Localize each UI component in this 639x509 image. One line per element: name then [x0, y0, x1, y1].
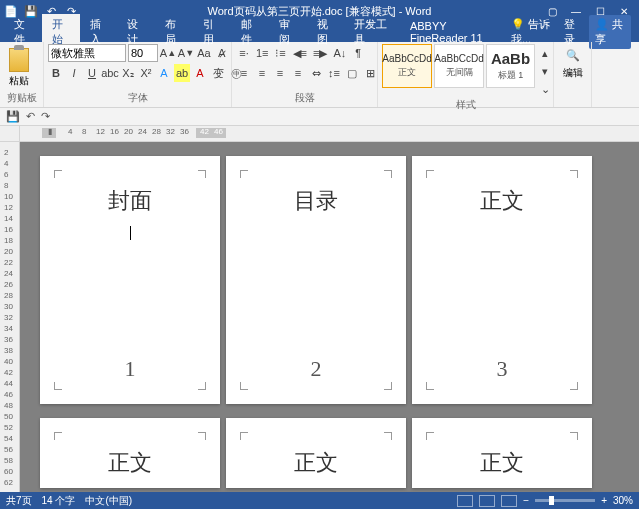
workspace: 2468101214161820222426283032343638404244… [0, 142, 639, 492]
shrink-font-icon[interactable]: A▼ [178, 44, 194, 62]
phonetic-icon[interactable]: 变 [210, 64, 226, 82]
styles-up-icon[interactable]: ▴ [537, 44, 553, 62]
line-spacing-icon[interactable]: ↕≡ [326, 64, 342, 82]
show-marks-icon[interactable]: ¶ [350, 44, 366, 62]
ribbon-tabs: 文件 开始 插入 设计 布局 引用 邮件 审阅 视图 开发工具 ABBYY Fi… [0, 22, 639, 42]
page-number: 2 [311, 356, 322, 382]
zoom-out-icon[interactable]: − [523, 495, 529, 506]
shading-icon[interactable]: ▢ [344, 64, 360, 82]
grow-font-icon[interactable]: A▲ [160, 44, 176, 62]
numbering-icon[interactable]: 1≡ [254, 44, 271, 62]
align-right-icon[interactable]: ≡ [272, 64, 288, 82]
page-title: 正文 [294, 448, 338, 478]
font-color-icon[interactable]: A [192, 64, 208, 82]
ruler-vertical[interactable]: 2468101214161820222426283032343638404244… [0, 142, 20, 492]
sort-icon[interactable]: A↓ [331, 44, 348, 62]
superscript-icon[interactable]: X² [138, 64, 154, 82]
view-print-icon[interactable] [479, 495, 495, 507]
group-paragraph-label: 段落 [236, 91, 373, 107]
share-button[interactable]: 👤 共享 [589, 15, 631, 49]
pages-area[interactable]: 封面 1 目录 2 正文 3 正文 正文 正文 [20, 142, 639, 492]
page-number: 3 [497, 356, 508, 382]
indent-dec-icon[interactable]: ◀≡ [291, 44, 309, 62]
ruler: ▮ 4 8 12 16 20 24 28 32 36 42 46 [0, 126, 639, 142]
page-2[interactable]: 目录 2 [226, 156, 406, 404]
group-styles-label: 样式 [382, 98, 549, 114]
page-title: 正文 [480, 186, 524, 216]
style-heading1[interactable]: AaBb 标题 1 [486, 44, 535, 88]
status-lang[interactable]: 中文(中国) [85, 494, 132, 508]
page-title: 正文 [480, 448, 524, 478]
page-3[interactable]: 正文 3 [412, 156, 592, 404]
font-name-select[interactable] [48, 44, 126, 62]
styles-down-icon[interactable]: ▾ [537, 62, 553, 80]
clear-format-icon[interactable]: A̷ [214, 44, 230, 62]
zoom-level[interactable]: 30% [613, 495, 633, 506]
group-clipboard-label: 剪贴板 [4, 91, 39, 107]
view-read-icon[interactable] [457, 495, 473, 507]
align-left-icon[interactable]: ≡ [236, 64, 252, 82]
paste-button[interactable]: 粘贴 [4, 44, 34, 91]
page-4[interactable]: 正文 [40, 418, 220, 488]
group-font-label: 字体 [48, 91, 227, 107]
page-1[interactable]: 封面 1 [40, 156, 220, 404]
page-5[interactable]: 正文 [226, 418, 406, 488]
page-number: 1 [125, 356, 136, 382]
indent-inc-icon[interactable]: ≡▶ [311, 44, 329, 62]
styles-more-icon[interactable]: ⌄ [537, 80, 553, 98]
document-title: Word页码从第三页开始.doc [兼容模式] - Word [208, 4, 432, 19]
zoom-slider[interactable] [535, 499, 595, 502]
view-web-icon[interactable] [501, 495, 517, 507]
borders-icon[interactable]: ⊞ [362, 64, 378, 82]
style-normal[interactable]: AaBbCcDd 正文 [382, 44, 432, 88]
italic-button[interactable]: I [66, 64, 82, 82]
undo-icon-2[interactable]: ↶ [26, 110, 35, 123]
clipboard-icon [9, 48, 29, 72]
find-icon[interactable]: 🔍 [564, 46, 582, 64]
page-title: 封面 [108, 186, 152, 216]
multilevel-icon[interactable]: ⁝≡ [273, 44, 289, 62]
underline-button[interactable]: U [84, 64, 100, 82]
page-title: 正文 [108, 448, 152, 478]
statusbar: 共7页 14 个字 中文(中国) − + 30% [0, 492, 639, 509]
page-title: 目录 [294, 186, 338, 216]
strike-icon[interactable]: abc [102, 64, 118, 82]
bullets-icon[interactable]: ≡· [236, 44, 252, 62]
status-pages[interactable]: 共7页 [6, 494, 32, 508]
font-size-select[interactable] [128, 44, 158, 62]
style-no-spacing[interactable]: AaBbCcDd 无间隔 [434, 44, 484, 88]
group-editing-label: 编辑 [563, 66, 583, 80]
save-icon-2[interactable]: 💾 [6, 110, 20, 123]
align-justify-icon[interactable]: ≡ [290, 64, 306, 82]
distribute-icon[interactable]: ⇔ [308, 64, 324, 82]
change-case-icon[interactable]: Aa [196, 44, 212, 62]
text-cursor [130, 226, 131, 240]
bold-button[interactable]: B [48, 64, 64, 82]
ruler-horizontal[interactable]: ▮ 4 8 12 16 20 24 28 32 36 42 46 [20, 126, 639, 141]
page-6[interactable]: 正文 [412, 418, 592, 488]
redo-icon-2[interactable]: ↷ [41, 110, 50, 123]
status-words[interactable]: 14 个字 [42, 494, 76, 508]
highlight-icon[interactable]: ab [174, 64, 190, 82]
subscript-icon[interactable]: X₂ [120, 64, 136, 82]
zoom-in-icon[interactable]: + [601, 495, 607, 506]
ribbon: 粘贴 剪贴板 A▲ A▼ Aa A̷ B I U abc X₂ X² A ab … [0, 42, 639, 108]
align-center-icon[interactable]: ≡ [254, 64, 270, 82]
text-effects-icon[interactable]: A [156, 64, 172, 82]
